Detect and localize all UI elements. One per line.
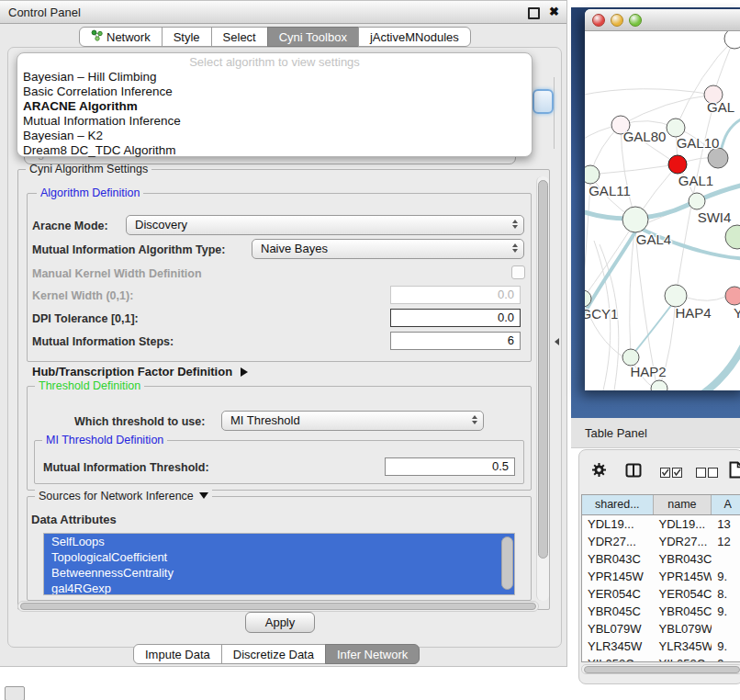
table-row[interactable]: YDR27...YDR27...12 (582, 533, 740, 550)
mi-threshold-field[interactable]: 0.5 (385, 457, 515, 476)
network-node[interactable] (725, 225, 740, 249)
network-edge[interactable] (633, 299, 676, 355)
tab-select[interactable]: Select (211, 27, 268, 47)
table-row[interactable]: YLR345WYLR345W9. (582, 638, 740, 655)
table-cell[interactable]: YBR045C (654, 603, 712, 620)
table-cell[interactable]: YIL052C (582, 655, 654, 662)
apply-button[interactable]: Apply (245, 612, 315, 633)
column-header-shared[interactable]: shared... (582, 495, 654, 514)
table-cell[interactable]: YBL079W (654, 620, 712, 638)
page-icon[interactable] (729, 461, 740, 482)
network-node-gal4[interactable] (622, 207, 648, 232)
hub-section-toggle[interactable]: Hub/Transcription Factor Definition (32, 365, 248, 378)
algorithm-item-aracne-algorithm[interactable]: ARACNE Algorithm (17, 99, 532, 114)
zoom-light[interactable] (629, 14, 642, 27)
attribute-topologicalcoefficient[interactable]: TopologicalCoefficient (44, 549, 514, 565)
close-light[interactable] (592, 14, 605, 27)
which-threshold-combobox[interactable]: MI Threshold (221, 411, 484, 431)
table-cell[interactable]: YLR345W (582, 638, 654, 655)
table-row[interactable]: YPR145WYPR145W9. (582, 568, 740, 585)
network-edge[interactable] (585, 184, 590, 290)
table-row[interactable]: YBL079WYBL079W (582, 620, 740, 638)
close-icon[interactable]: ✖ (549, 5, 559, 18)
table-row[interactable]: YIL052CYIL052C9. (582, 655, 740, 662)
table-cell[interactable]: YBL079W (582, 620, 654, 638)
table-cell[interactable]: YBR043C (654, 550, 712, 568)
table-row[interactable]: YBR043CYBR043C (582, 550, 740, 568)
network-edge[interactable] (590, 164, 678, 175)
splitter-collapse-arrow[interactable] (555, 338, 559, 345)
algorithm-item-bayesian-k2[interactable]: Bayesian – K2 (17, 129, 532, 143)
network-edge[interactable] (702, 340, 740, 390)
attribute-selfloops[interactable]: SelfLoops (44, 534, 514, 549)
data-attributes-list[interactable]: SelfLoopsTopologicalCoefficientBetweenne… (43, 533, 515, 595)
network-node[interactable] (708, 148, 728, 168)
network-window-titlebar[interactable] (585, 9, 740, 31)
unchecked-pair-icon[interactable] (696, 466, 718, 482)
table-cell[interactable] (712, 620, 740, 638)
table-cell[interactable]: 8. (712, 585, 740, 603)
table-cell[interactable]: 12 (712, 533, 740, 550)
tab-infer-network[interactable]: Infer Network (325, 644, 420, 664)
algorithm-item-bayesian-hill-climbing[interactable]: Bayesian – Hill Climbing (17, 70, 532, 85)
table-cell[interactable]: YER054C (654, 585, 712, 603)
network-node[interactable] (651, 380, 667, 390)
table-cell[interactable]: 9. (712, 638, 740, 655)
minimized-panel-icon[interactable] (5, 686, 25, 700)
table-horizontal-scrollbar[interactable] (581, 664, 740, 674)
dpi-tolerance-field[interactable]: 0.0 (390, 309, 521, 327)
table-cell[interactable]: YLR345W (654, 638, 712, 655)
table-cell[interactable]: YPR145W (654, 568, 712, 585)
network-edge[interactable] (687, 297, 725, 300)
table-cell[interactable]: 9. (712, 568, 740, 585)
table-cell[interactable]: YER054C (582, 585, 654, 603)
tab-discretize-data[interactable]: Discretize Data (221, 644, 326, 664)
table-cell[interactable]: YDL19... (654, 515, 712, 533)
network-node-gal11[interactable] (585, 165, 600, 184)
table-cell[interactable]: 13 (712, 515, 740, 533)
tab-network[interactable]: Network (79, 27, 163, 47)
algorithm-item-basic-correlation-inference[interactable]: Basic Correlation Inference (17, 85, 532, 99)
attribute-betweennesscentrality[interactable]: BetweennessCentrality (44, 565, 514, 581)
focused-combobox-fragment[interactable] (533, 89, 554, 114)
table-cell[interactable]: YPR145W (582, 568, 654, 585)
table-cell[interactable]: YDL19... (582, 515, 654, 533)
mi-algorithm-type-combobox[interactable]: Naive Bayes (252, 239, 524, 259)
table-cell[interactable]: YIL052C (654, 655, 712, 662)
table-cell[interactable]: 9. (712, 655, 740, 662)
network-canvas[interactable]: GALGAL80GAL10GAL1GAL11SWI4GAL4GCY1HAP4YH… (585, 31, 740, 390)
tab-jactivemnodules[interactable]: jActiveMNodules (358, 27, 471, 47)
network-edge[interactable] (585, 89, 713, 96)
float-window-icon[interactable] (528, 7, 540, 19)
table-cell[interactable]: YDR27... (654, 533, 712, 550)
algorithm-item-mutual-information-inference[interactable]: Mutual Information Inference (17, 114, 532, 129)
checked-pair-icon[interactable] (660, 466, 682, 482)
node-table[interactable]: shared...nameA YDL19...YDL19...13YDR27..… (581, 494, 740, 662)
table-horizontal-thumb[interactable] (584, 666, 740, 673)
network-node-hap4[interactable] (665, 285, 687, 307)
aracne-mode-combobox[interactable]: Discovery (126, 215, 524, 235)
network-edge[interactable] (635, 232, 656, 385)
table-cell[interactable]: 9. (712, 603, 740, 620)
network-node-y[interactable] (725, 287, 740, 305)
column-header-name[interactable]: name (654, 495, 712, 514)
columns-icon[interactable] (625, 463, 642, 481)
settings-horizontal-scrollbar[interactable] (17, 601, 539, 612)
network-node-gal1[interactable] (668, 155, 687, 174)
table-cell[interactable] (712, 550, 740, 568)
network-node-swi4[interactable] (689, 193, 705, 209)
algorithm-item-dream8-dc-tdc-algorithm[interactable]: Dream8 DC_TDC Algorithm (17, 143, 532, 158)
table-row[interactable]: YBR045CYBR045C9. (582, 603, 740, 620)
table-row[interactable]: YDL19...YDL19...13 (582, 515, 740, 533)
network-node-gal10[interactable] (667, 119, 685, 137)
tab-impute-data[interactable]: Impute Data (133, 644, 222, 664)
column-header-a[interactable]: A (712, 495, 740, 514)
minimize-light[interactable] (611, 14, 623, 27)
settings-horizontal-thumb[interactable] (20, 603, 536, 610)
network-edge[interactable] (585, 226, 633, 299)
settings-vertical-scrollbar[interactable] (536, 176, 549, 601)
network-edge[interactable] (621, 95, 713, 125)
table-cell[interactable]: YBR043C (582, 550, 654, 568)
attributes-scrollbar-thumb[interactable] (501, 536, 513, 590)
manual-kernel-checkbox[interactable] (511, 265, 525, 279)
